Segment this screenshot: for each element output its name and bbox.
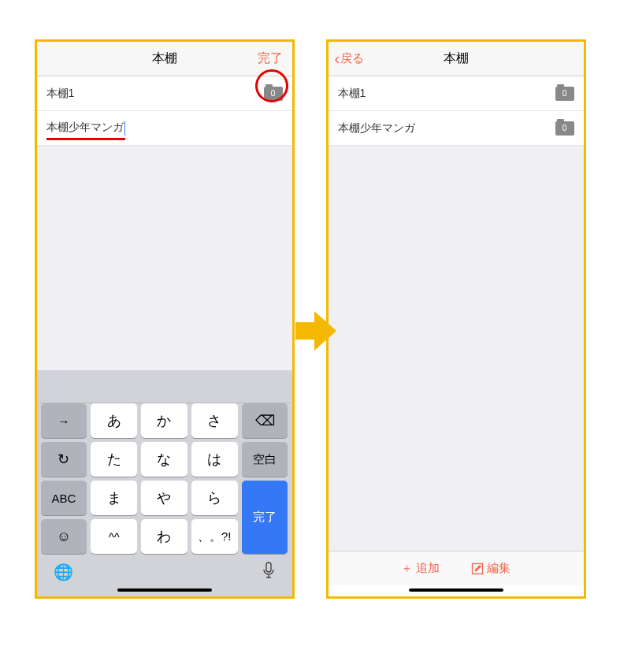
list-item[interactable]: 本棚1 0 <box>37 76 292 111</box>
shelf-name-input[interactable]: 本棚少年マンガ <box>46 121 126 135</box>
undo-key[interactable]: ↻ <box>41 442 87 477</box>
chevron-left-icon: ‹ <box>335 50 340 68</box>
key-na[interactable]: な <box>141 442 187 477</box>
content-area <box>37 146 292 370</box>
abc-key[interactable]: ABC <box>41 481 87 515</box>
key-ma[interactable]: ま <box>91 481 137 515</box>
nav-title: 本棚 <box>444 50 469 67</box>
shelf-list: 本棚1 0 本棚少年マンガ 0 <box>329 76 584 146</box>
space-key[interactable]: 空白 <box>242 442 288 477</box>
key-punct[interactable]: 、。?! <box>191 519 238 554</box>
folder-icon: 0 <box>555 121 574 136</box>
navbar: 本棚 完了 <box>37 42 292 76</box>
suggestion-bar[interactable] <box>39 375 290 403</box>
home-indicator[interactable] <box>117 588 212 592</box>
content-area <box>329 146 584 551</box>
back-button[interactable]: ‹戻る <box>335 50 365 68</box>
list-item[interactable]: 本棚少年マンガ 0 <box>329 111 584 146</box>
plus-icon: ＋ <box>401 561 413 576</box>
svg-rect-0 <box>266 562 271 572</box>
text-cursor <box>124 121 126 136</box>
tab-key[interactable] <box>41 403 87 438</box>
globe-icon[interactable]: 🌐 <box>54 562 73 581</box>
editing-row[interactable]: 本棚少年マンガ <box>37 111 292 146</box>
folder-icon: 0 <box>555 87 574 101</box>
key-ka[interactable]: か <box>141 403 187 438</box>
key-a[interactable]: あ <box>91 403 137 438</box>
done-button[interactable]: 完了 <box>258 50 283 67</box>
transition-arrow <box>295 311 335 351</box>
bottom-toolbar: ＋追加 編集 <box>329 551 584 585</box>
home-indicator[interactable] <box>409 588 503 592</box>
phone-right-result: ‹戻る 本棚 本棚1 0 本棚少年マンガ 0 ＋追加 編集 <box>326 39 586 599</box>
annotation-underline <box>46 138 125 140</box>
key-sa[interactable]: さ <box>191 403 238 438</box>
shelf-name: 本棚少年マンガ <box>338 121 415 136</box>
return-key[interactable]: 完了 <box>242 481 288 554</box>
emoji-key[interactable]: ☺ <box>41 519 87 554</box>
add-button[interactable]: ＋追加 <box>401 561 440 576</box>
shelf-name: 本棚1 <box>46 87 75 101</box>
key-ra[interactable]: ら <box>191 481 238 515</box>
keyboard: あ か さ ⌫ ↻ た な は 空白 ABC ま や ら 完了 ☺ ^^ わ 、… <box>37 370 292 596</box>
key-ha[interactable]: は <box>191 442 238 477</box>
nav-title: 本棚 <box>152 50 177 67</box>
edit-button[interactable]: 編集 <box>471 561 510 576</box>
shelf-name: 本棚1 <box>338 87 366 101</box>
navbar: ‹戻る 本棚 <box>329 42 584 76</box>
folder-icon: 0 <box>264 87 283 101</box>
shelf-list: 本棚1 0 本棚少年マンガ <box>37 76 292 146</box>
list-item[interactable]: 本棚1 0 <box>329 76 584 111</box>
key-ya[interactable]: や <box>141 481 187 515</box>
backspace-key[interactable]: ⌫ <box>242 403 288 438</box>
edit-icon <box>471 562 484 575</box>
mic-icon[interactable] <box>262 562 276 583</box>
key-ta[interactable]: た <box>91 442 137 477</box>
key-wa[interactable]: わ <box>141 519 187 554</box>
key-dakuten[interactable]: ^^ <box>91 519 137 554</box>
phone-left-editing: 本棚 完了 本棚1 0 本棚少年マンガ あ か さ ⌫ ↻ た <box>35 39 295 599</box>
